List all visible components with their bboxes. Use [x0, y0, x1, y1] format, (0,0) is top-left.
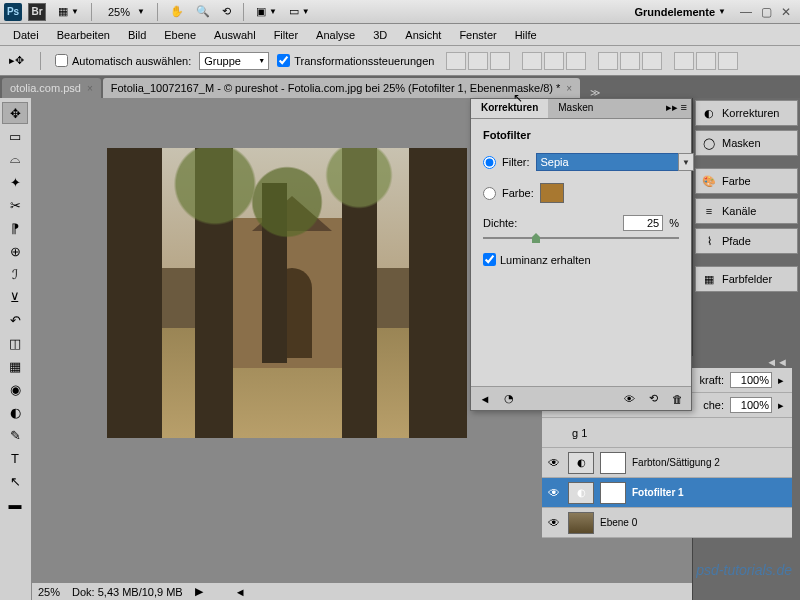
- layout-dropdown[interactable]: ▦▼: [52, 3, 85, 20]
- document-tab[interactable]: otolia.com.psd×: [2, 78, 101, 98]
- tabs-overflow-icon[interactable]: ≫: [582, 87, 608, 98]
- layer-row[interactable]: 👁 ◐ Fotofilter 1: [542, 478, 792, 508]
- farbe-swatch[interactable]: [540, 183, 564, 203]
- eraser-tool[interactable]: ◫: [2, 332, 28, 354]
- panel-button-kanäle[interactable]: ≡Kanäle: [695, 198, 798, 224]
- visibility-icon[interactable]: 👁: [546, 456, 562, 470]
- auto-select-type-dropdown[interactable]: Gruppe: [199, 52, 269, 70]
- menu-ebene[interactable]: Ebene: [155, 26, 205, 44]
- luminanz-checkbox[interactable]: Luminanz erhalten: [483, 253, 679, 266]
- dichte-slider[interactable]: [483, 237, 679, 239]
- layer-mask-thumb[interactable]: [600, 452, 626, 474]
- menu-bild[interactable]: Bild: [119, 26, 155, 44]
- align-btn[interactable]: [490, 52, 510, 70]
- brush-tool[interactable]: ℐ: [2, 263, 28, 285]
- status-arrow-icon[interactable]: ▶: [195, 585, 203, 598]
- visibility-icon[interactable]: 👁: [546, 486, 562, 500]
- panel-button-masken[interactable]: ◯Masken: [695, 130, 798, 156]
- distribute-btn[interactable]: [696, 52, 716, 70]
- panel-button-farbe[interactable]: 🎨Farbe: [695, 168, 798, 194]
- align-btn[interactable]: [468, 52, 488, 70]
- eye-icon[interactable]: 👁: [621, 391, 637, 407]
- pen-tool[interactable]: ✎: [2, 424, 28, 446]
- arrange-dropdown[interactable]: ▣▼: [250, 3, 283, 20]
- layer-thumb[interactable]: ◐: [568, 482, 594, 504]
- auto-select-checkbox[interactable]: Automatisch auswählen:: [55, 54, 191, 67]
- reset-icon[interactable]: ⟲: [645, 391, 661, 407]
- panel-tab-korrekturen[interactable]: Korrekturen: [471, 99, 548, 118]
- menu-datei[interactable]: Datei: [4, 26, 48, 44]
- panel-tab-masken[interactable]: Masken: [548, 99, 603, 118]
- back-icon[interactable]: ◄: [477, 391, 493, 407]
- distribute-btn[interactable]: [674, 52, 694, 70]
- panel-button-farbfelder[interactable]: ▦Farbfelder: [695, 266, 798, 292]
- panel-collapse-icon[interactable]: ▸▸: [666, 101, 678, 116]
- bridge-icon[interactable]: Br: [28, 3, 46, 21]
- panel-button-korrekturen[interactable]: ◐Korrekturen: [695, 100, 798, 126]
- blur-tool[interactable]: ◉: [2, 378, 28, 400]
- close-tab-icon[interactable]: ×: [566, 83, 572, 94]
- maximize-icon[interactable]: ▢: [758, 4, 774, 20]
- marquee-tool[interactable]: ▭: [2, 125, 28, 147]
- menu-ansicht[interactable]: Ansicht: [396, 26, 450, 44]
- layer-mask-thumb[interactable]: [600, 482, 626, 504]
- distribute-btn[interactable]: [718, 52, 738, 70]
- layer-name[interactable]: Ebene 0: [600, 517, 637, 528]
- visibility-icon[interactable]: 👁: [546, 516, 562, 530]
- screen-mode-dropdown[interactable]: ▭▼: [283, 3, 316, 20]
- layer-row[interactable]: 👁 Ebene 0: [542, 508, 792, 538]
- layer-row[interactable]: 👁 ◐ Farbton/Sättigung 2: [542, 448, 792, 478]
- history-brush-tool[interactable]: ↶: [2, 309, 28, 331]
- farbe-radio[interactable]: [483, 187, 496, 200]
- document-tab[interactable]: Fotolia_10072167_M - © pureshot - Fotoli…: [103, 78, 580, 98]
- menu-auswahl[interactable]: Auswahl: [205, 26, 265, 44]
- photoshop-icon[interactable]: Ps: [4, 3, 22, 21]
- path-tool[interactable]: ↖: [2, 470, 28, 492]
- distribute-btn[interactable]: [598, 52, 618, 70]
- filter-radio[interactable]: [483, 156, 496, 169]
- distribute-btn[interactable]: [642, 52, 662, 70]
- zoom-tool-icon[interactable]: 🔍: [190, 3, 216, 20]
- menu-bearbeiten[interactable]: Bearbeiten: [48, 26, 119, 44]
- layer-thumb[interactable]: [568, 512, 594, 534]
- hand-tool-icon[interactable]: ✋: [164, 3, 190, 20]
- menu-filter[interactable]: Filter: [265, 26, 307, 44]
- rotate-view-icon[interactable]: ⟲: [216, 3, 237, 20]
- panel-collapse-icon[interactable]: ◄◄: [766, 356, 788, 368]
- close-icon[interactable]: ✕: [778, 4, 794, 20]
- transform-controls-checkbox[interactable]: Transformationssteuerungen: [277, 54, 434, 67]
- layer-name[interactable]: Farbton/Sättigung 2: [632, 457, 720, 468]
- layer-thumb[interactable]: ◐: [568, 452, 594, 474]
- adjust-icon[interactable]: ◔: [501, 391, 517, 407]
- layer-row[interactable]: g 1: [542, 418, 792, 448]
- fill-input[interactable]: [730, 397, 772, 413]
- dichte-input[interactable]: [623, 215, 663, 231]
- shape-tool[interactable]: ▬: [2, 493, 28, 515]
- heal-tool[interactable]: ⊕: [2, 240, 28, 262]
- filter-dropdown[interactable]: Sepia: [536, 153, 680, 171]
- crop-tool[interactable]: ✂: [2, 194, 28, 216]
- status-doc-size[interactable]: Dok: 5,43 MB/10,9 MB: [72, 586, 183, 598]
- gradient-tool[interactable]: ▦: [2, 355, 28, 377]
- align-btn[interactable]: [446, 52, 466, 70]
- distribute-btn[interactable]: [620, 52, 640, 70]
- eyedropper-tool[interactable]: ⁋: [2, 217, 28, 239]
- delete-icon[interactable]: 🗑: [669, 391, 685, 407]
- menu-hilfe[interactable]: Hilfe: [506, 26, 546, 44]
- minimize-icon[interactable]: —: [738, 4, 754, 20]
- close-tab-icon[interactable]: ×: [87, 83, 93, 94]
- type-tool[interactable]: T: [2, 447, 28, 469]
- wand-tool[interactable]: ✦: [2, 171, 28, 193]
- opacity-input[interactable]: [730, 372, 772, 388]
- lasso-tool[interactable]: ⌓: [2, 148, 28, 170]
- workspace-dropdown[interactable]: Grundelemente ▼: [624, 4, 736, 20]
- stamp-tool[interactable]: ⊻: [2, 286, 28, 308]
- align-btn[interactable]: [522, 52, 542, 70]
- align-btn[interactable]: [566, 52, 586, 70]
- panel-button-pfade[interactable]: ⌇Pfade: [695, 228, 798, 254]
- panel-menu-icon[interactable]: ≡: [681, 101, 687, 116]
- menu-analyse[interactable]: Analyse: [307, 26, 364, 44]
- layer-name[interactable]: Fotofilter 1: [632, 487, 684, 498]
- dodge-tool[interactable]: ◐: [2, 401, 28, 423]
- move-tool[interactable]: ✥: [2, 102, 28, 124]
